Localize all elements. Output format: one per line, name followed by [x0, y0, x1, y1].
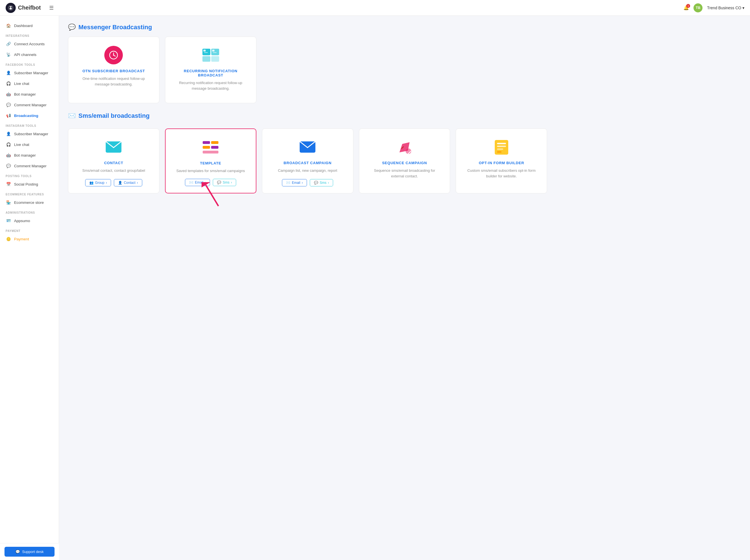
- sequence-title: SEQUENCE CAMPAIGN: [382, 161, 427, 165]
- sidebar-label-dashboard: Dashboard: [14, 24, 33, 28]
- svg-rect-11: [212, 50, 215, 52]
- messenger-card-grid: OTN SUBSCRIBER BROADCAST One-time notifi…: [68, 37, 741, 103]
- svg-rect-29: [497, 151, 502, 153]
- sidebar-item-payment[interactable]: 🪙 Payment: [0, 234, 59, 244]
- template-card-icon: [201, 138, 220, 157]
- sidebar-item-fb-comment-manager[interactable]: 💬 Comment Manager: [0, 100, 59, 110]
- card-contact[interactable]: CONTACT Sms/email contact, contact group…: [68, 128, 159, 194]
- fb-person-icon: 👤: [6, 70, 11, 76]
- sidebar-item-ig-bot-manager[interactable]: 🤖 Bot manager: [0, 150, 59, 161]
- sidebar-item-connect-accounts[interactable]: 🔗 Connect Accounts: [0, 39, 59, 49]
- svg-rect-17: [211, 141, 218, 144]
- broadcast-card-icon: [298, 138, 317, 156]
- card-sequence-campaign[interactable]: SEQUENCE CAMPAIGN Sequence sms/email bro…: [359, 128, 450, 194]
- sidebar-label-ig-subscriber: Subscriber Manager: [14, 132, 48, 136]
- svg-point-6: [113, 55, 114, 56]
- sms-card-grid: CONTACT Sms/email contact, contact group…: [68, 128, 741, 194]
- optin-desc: Custom sms/email subscribers opt-in form…: [464, 168, 539, 179]
- template-desc: Saved templates for sms/email campaigns: [176, 168, 245, 174]
- hamburger-icon[interactable]: ☰: [49, 5, 54, 11]
- contact-group-btn[interactable]: 👥 Group ›: [85, 179, 111, 186]
- sidebar-item-fb-bot-manager[interactable]: 🤖 Bot manager: [0, 89, 59, 100]
- dropdown-arrow-icon: ▾: [743, 6, 744, 10]
- sidebar-section-ecommerce: ECOMMERCE FEATURES: [0, 189, 59, 197]
- broadcast-sms-btn[interactable]: 💬 Sms ›: [310, 179, 333, 186]
- sequence-desc: Sequence sms/email broadcasting for exte…: [367, 168, 442, 179]
- sidebar-item-fb-live-chat[interactable]: 🎧 Live chat: [0, 78, 59, 89]
- person-add-icon: 👤: [118, 181, 122, 185]
- sidebar-section-posting: POSTING TOOLS: [0, 171, 59, 179]
- sidebar-label-fb-subscriber: Subscriber Manager: [14, 71, 48, 75]
- broadcast-email-icon: ✉️: [286, 181, 290, 185]
- template-sms-btn[interactable]: 💬 Sms ›: [213, 179, 236, 186]
- svg-rect-12: [213, 52, 217, 53]
- broadcast-campaign-desc: Campaign list, new campaign, report: [278, 168, 337, 174]
- template-email-btn[interactable]: ✉️ Email ›: [185, 179, 210, 186]
- sidebar-label-api-channels: API channels: [14, 53, 37, 57]
- card-recurring-broadcast[interactable]: RECURRING NOTIFICATION BROADCAST Recurri…: [165, 37, 256, 103]
- main-content: 💬 Messenger Broadcasting OTN SUBSCRIBER …: [59, 16, 750, 560]
- sidebar-item-dashboard[interactable]: 🏠 Dashboard: [0, 20, 59, 31]
- card-broadcast-campaign[interactable]: BROADCAST CAMPAIGN Campaign list, new ca…: [262, 128, 353, 194]
- svg-rect-14: [211, 56, 219, 62]
- sidebar-item-appsumo[interactable]: 🪪 Appsumo: [0, 215, 59, 226]
- sidebar-item-ig-live-chat[interactable]: 🎧 Live chat: [0, 139, 59, 150]
- recurring-icon: [201, 46, 220, 64]
- sidebar-label-social-posting: Social Posting: [14, 182, 38, 186]
- broadcast-email-btn[interactable]: ✉️ Email ›: [282, 179, 307, 186]
- svg-point-2: [11, 7, 12, 8]
- user-name[interactable]: Trend Business CO ▾: [707, 6, 744, 10]
- fb-comment-icon: 💬: [6, 102, 11, 108]
- fb-robot-icon: 🤖: [6, 92, 11, 97]
- svg-rect-20: [203, 151, 218, 154]
- contact-contact-btn[interactable]: 👤 Contact ›: [114, 179, 142, 186]
- sidebar-item-api-channels[interactable]: 📡 API channels: [0, 49, 59, 60]
- sidebar-label-fb-livechat: Live chat: [14, 82, 29, 86]
- email-btn-icon: ✉️: [189, 180, 194, 184]
- sidebar-bottom: 💬 Support desk: [0, 543, 59, 560]
- svg-rect-10: [211, 48, 219, 55]
- svg-rect-13: [202, 56, 210, 62]
- svg-rect-8: [204, 50, 206, 52]
- dashboard-icon: 🏠: [6, 23, 11, 28]
- messenger-section-title: 💬 Messenger Broadcasting: [68, 24, 741, 31]
- sidebar-label-fb-bot: Bot manager: [14, 92, 36, 96]
- svg-rect-26: [497, 143, 506, 144]
- svg-rect-28: [497, 148, 503, 150]
- sidebar-item-ecommerce-store[interactable]: 🏪 Ecommerce store: [0, 197, 59, 208]
- otn-icon: [104, 46, 123, 64]
- svg-rect-27: [497, 146, 506, 147]
- otn-title: OTN SUBSCRIBER BROADCAST: [82, 69, 145, 73]
- sidebar-section-admin: ADMINISTRATIONS: [0, 208, 59, 215]
- notification-bell[interactable]: 🔔 1: [683, 5, 689, 11]
- otn-desc: One-time notification request follow-up …: [76, 76, 151, 87]
- svg-rect-7: [202, 48, 210, 55]
- topnav-right: 🔔 1 TB Trend Business CO ▾: [683, 3, 744, 12]
- broadcast-campaign-actions: ✉️ Email › 💬 Sms ›: [282, 179, 333, 186]
- sidebar-item-broadcasting[interactable]: 📢 Broadcasting: [0, 110, 59, 121]
- layout: 🏠 Dashboard INTEGRATIONS 🔗 Connect Accou…: [0, 16, 750, 560]
- card-otn-broadcast[interactable]: OTN SUBSCRIBER BROADCAST One-time notifi…: [68, 37, 159, 103]
- sidebar-item-social-posting[interactable]: 📅 Social Posting: [0, 179, 59, 189]
- sidebar-item-ig-subscriber-manager[interactable]: 👤 Subscriber Manager: [0, 128, 59, 139]
- support-icon: 💬: [16, 549, 20, 554]
- sidebar-label-ecommerce: Ecommerce store: [14, 200, 44, 205]
- svg-rect-25: [495, 140, 508, 155]
- sidebar-section-instagram: INSTAGRAM TOOLS: [0, 121, 59, 128]
- card-optin-form[interactable]: OPT-IN FORM BUILDER Custom sms/email sub…: [456, 128, 547, 194]
- sidebar-label-fb-comment: Comment Manager: [14, 103, 47, 107]
- card-template[interactable]: TEMPLATE Saved templates for sms/email c…: [165, 128, 256, 194]
- ig-comment-icon: 💬: [6, 163, 11, 169]
- svg-rect-18: [203, 146, 210, 149]
- notification-badge: 1: [686, 4, 690, 8]
- sidebar-label-appsumo: Appsumo: [14, 219, 30, 223]
- sidebar-item-fb-subscriber-manager[interactable]: 👤 Subscriber Manager: [0, 67, 59, 78]
- support-desk-button[interactable]: 💬 Support desk: [4, 547, 55, 557]
- email-section-icon: ✉️: [68, 112, 76, 119]
- store-icon: 🏪: [6, 200, 11, 205]
- wifi-icon: 📡: [6, 52, 11, 57]
- sidebar-item-ig-comment-manager[interactable]: 💬 Comment Manager: [0, 161, 59, 171]
- contact-actions: 👥 Group › 👤 Contact ›: [85, 179, 142, 186]
- logo[interactable]: Cheifbot: [6, 3, 41, 13]
- sidebar-label-payment: Payment: [14, 237, 29, 241]
